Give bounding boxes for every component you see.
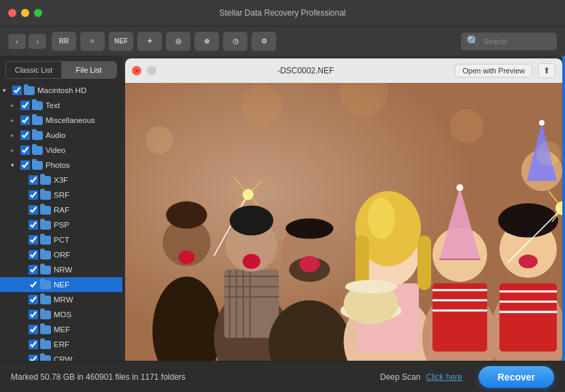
classic-list-tab[interactable]: Classic List	[6, 62, 61, 78]
svg-rect-47	[500, 283, 557, 351]
title-bar: Stellar Data Recovery Professional	[0, 0, 565, 26]
classic-list-label: Classic List	[15, 66, 53, 74]
tree-item-nrw[interactable]: NRW	[0, 262, 122, 277]
minimize-button[interactable]	[21, 9, 29, 17]
label-x3f: X3F	[54, 176, 68, 184]
main-area: Classic List File List ▾ Macintosh HD ▸ …	[0, 56, 565, 361]
toolbar-btn-extra4[interactable]: ◷	[223, 32, 247, 51]
folder-icon-text	[32, 101, 43, 110]
toolbar-btn-extra3[interactable]: ⊕	[194, 32, 219, 51]
label-audio: Audio	[46, 131, 65, 139]
btn-list-icon: ≡	[90, 37, 95, 45]
svg-point-65	[449, 109, 483, 143]
check-mef[interactable]	[29, 325, 38, 334]
share-button[interactable]: ⬆	[538, 63, 555, 78]
close-button[interactable]	[8, 9, 16, 17]
folder-icon-nef	[40, 281, 51, 289]
tree-item-crw[interactable]: CRW	[0, 352, 122, 361]
label-nef: NEF	[54, 281, 69, 289]
tree-item-orf[interactable]: ORF	[0, 247, 122, 262]
label-orf: ORF	[54, 251, 70, 259]
toolbar-btn-extra1[interactable]: ✦	[137, 32, 162, 51]
maximize-button[interactable]	[34, 9, 42, 17]
svg-point-69	[243, 254, 260, 269]
tree-item-pct[interactable]: PCT	[0, 232, 122, 247]
search-bar[interactable]: 🔍	[461, 33, 557, 50]
toolbar-btn-nef[interactable]: NEF	[109, 32, 133, 51]
svg-rect-12	[224, 270, 279, 338]
check-psp[interactable]	[29, 220, 38, 230]
check-nrw[interactable]	[29, 265, 38, 274]
tree-item-audio[interactable]: ▸ Audio	[0, 128, 122, 143]
folder-icon-mrw	[40, 296, 51, 304]
deep-scan-link[interactable]: Click here	[426, 372, 462, 382]
search-input[interactable]	[483, 37, 551, 46]
toolbar-btn-extra5[interactable]: ⚙	[252, 32, 276, 51]
check-orf[interactable]	[29, 250, 38, 260]
window-controls[interactable]	[8, 9, 42, 17]
file-tree[interactable]: ▾ Macintosh HD ▸ Text ▸ Miscellaneous	[0, 83, 122, 361]
check-text[interactable]	[20, 101, 30, 110]
preview-close-button[interactable]: ✕	[132, 66, 141, 75]
label-mrw: MRW	[54, 296, 73, 304]
check-srf[interactable]	[29, 190, 38, 200]
back-button[interactable]: ‹	[8, 34, 26, 49]
check-pct[interactable]	[29, 235, 38, 245]
file-list-tab[interactable]: File List	[61, 62, 116, 78]
arrow-macintosh-hd: ▾	[3, 87, 12, 94]
tree-item-mos[interactable]: MOS	[0, 307, 122, 322]
forward-icon: ›	[36, 37, 39, 46]
toolbar-btn-rr[interactable]: RR	[52, 32, 76, 51]
check-x3f[interactable]	[29, 175, 38, 185]
arrow-photos: ▾	[11, 162, 20, 168]
svg-point-68	[178, 251, 194, 264]
status-text: Marked 50.78 GB in 460901 files in 1171 …	[11, 372, 186, 382]
check-mrw[interactable]	[29, 295, 38, 304]
label-raf: RAF	[54, 206, 69, 214]
check-misc[interactable]	[20, 115, 30, 125]
btn-extra2-icon: ◎	[175, 37, 182, 45]
tree-item-srf[interactable]: SRF	[0, 188, 122, 202]
check-photos[interactable]	[20, 160, 30, 170]
check-raf[interactable]	[29, 205, 38, 215]
recover-button[interactable]: Recover	[479, 366, 554, 388]
forward-button[interactable]: ›	[29, 34, 46, 49]
check-nef[interactable]	[29, 280, 38, 289]
check-audio[interactable]	[20, 130, 30, 140]
tree-item-raf[interactable]: RAF	[0, 202, 122, 217]
tree-item-miscellaneous[interactable]: ▸ Miscellaneous	[0, 113, 122, 128]
folder-icon-orf	[40, 251, 51, 260]
search-icon: 🔍	[466, 35, 480, 48]
tree-item-text[interactable]: ▸ Text	[0, 98, 122, 113]
tree-item-macintosh-hd[interactable]: ▾ Macintosh HD	[0, 83, 122, 98]
tree-item-photos[interactable]: ▾ Photos	[0, 158, 122, 173]
check-mos[interactable]	[29, 310, 38, 319]
svg-point-53	[519, 255, 538, 268]
folder-icon-macintosh-hd	[24, 86, 35, 95]
toolbar-btn-list[interactable]: ≡	[80, 32, 105, 51]
back-icon: ‹	[16, 37, 18, 46]
open-with-preview-button[interactable]: Open with Preview	[455, 64, 532, 77]
tree-item-mrw[interactable]: MRW	[0, 292, 122, 307]
tree-item-x3f[interactable]: X3F	[0, 173, 122, 188]
toolbar-btn-extra2[interactable]: ◎	[166, 32, 190, 51]
tree-item-nef[interactable]: NEF	[0, 277, 122, 292]
tree-item-mef[interactable]: MEF	[0, 322, 122, 337]
check-video[interactable]	[20, 145, 30, 155]
svg-point-64	[241, 86, 282, 126]
check-crw[interactable]	[29, 355, 38, 361]
label-text: Text	[46, 101, 60, 109]
svg-point-26	[299, 256, 320, 272]
preview-minimize-button[interactable]	[147, 66, 156, 75]
tree-item-psp[interactable]: PSP	[0, 217, 122, 232]
svg-point-45	[456, 184, 463, 191]
tree-item-video[interactable]: ▸ Video	[0, 143, 122, 158]
label-video: Video	[46, 146, 65, 154]
svg-point-24	[286, 218, 333, 238]
arrow-audio: ▸	[11, 132, 20, 139]
deep-scan-section: Deep Scan Click here	[380, 372, 462, 382]
tree-item-erf[interactable]: ERF	[0, 337, 122, 352]
check-macintosh-hd[interactable]	[12, 86, 22, 95]
label-crw: CRW	[54, 355, 72, 361]
check-erf[interactable]	[29, 340, 38, 349]
